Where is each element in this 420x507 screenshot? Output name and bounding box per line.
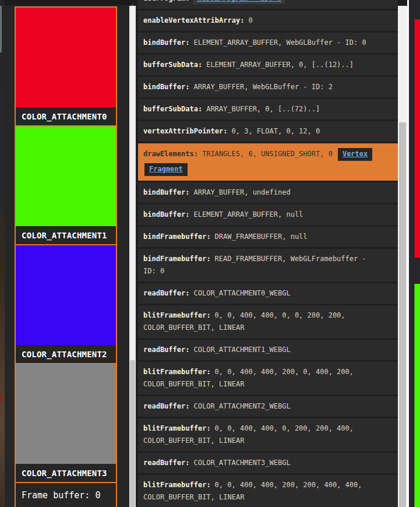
command-name: bindFramebuffer xyxy=(143,233,211,241)
command-name: bufferSubData xyxy=(143,61,202,69)
command-name: blitFramebuffer xyxy=(143,311,211,319)
right-scrollbar-thumb[interactable] xyxy=(399,122,406,507)
command-row[interactable]: readBufferCOLOR_ATTACHMENT0_WEBGL xyxy=(138,283,398,304)
command-line: blitFramebuffer0, 0, 400, 400, 0, 200, 2… xyxy=(143,423,394,435)
command-row[interactable]: drawElementsTRIANGLES, 6, UNSIGNED_SHORT… xyxy=(138,143,398,181)
command-name: bindBuffer xyxy=(143,83,189,91)
command-args: 0, 3, FLOAT, 0, 12, 0 xyxy=(232,127,320,135)
command-row-content: blitFramebuffer0, 0, 400, 400, 0, 0, 200… xyxy=(143,309,394,334)
command-row[interactable]: readBufferCOLOR_ATTACHMENT2_WEBGL xyxy=(138,396,398,417)
command-row[interactable]: useProgramWebGLProgram - ID: 0 xyxy=(138,0,398,9)
webgl-command-list[interactable]: useProgramWebGLProgram - ID: 0 enableVer… xyxy=(138,0,398,507)
command-args: COLOR_ATTACHMENT2_WEBGL xyxy=(193,402,290,410)
framebuffer-attachments-panel: COLOR_ATTACHMENT0 COLOR_ATTACHMENT1 COLO… xyxy=(5,0,129,507)
command-line: enableVertexAttribArray0 xyxy=(143,15,394,27)
command-name: vertexAttribPointer xyxy=(143,127,228,135)
command-line: COLOR_BUFFER_BIT, LINEAR xyxy=(143,378,394,390)
command-args: 0 xyxy=(248,16,252,24)
command-args: ELEMENT_ARRAY_BUFFER, null xyxy=(193,210,303,219)
command-name: bindBuffer xyxy=(143,210,189,219)
attachment-card[interactable]: COLOR_ATTACHMENT3 xyxy=(16,363,116,482)
command-row[interactable]: bindBufferELEMENT_ARRAY_BUFFER, null xyxy=(138,205,398,225)
command-args: 0, 0, 400, 400, 200, 200, 400, 400, xyxy=(215,481,362,489)
command-args: DRAW_FRAMEBUFFER, null xyxy=(215,233,308,241)
command-line: COLOR_BUFFER_BIT, LINEAR xyxy=(143,435,394,447)
command-row[interactable]: bufferSubDataELEMENT_ARRAY_BUFFER, 0, [.… xyxy=(138,55,398,75)
command-line: bindBufferELEMENT_ARRAY_BUFFER, WebGLBuf… xyxy=(143,37,394,49)
command-name: readBuffer xyxy=(143,402,189,410)
command-row[interactable]: blitFramebuffer0, 0, 400, 400, 0, 200, 2… xyxy=(138,418,398,451)
attachment-preview[interactable] xyxy=(16,126,116,226)
command-line: useProgramWebGLProgram - ID: 0 xyxy=(143,0,394,5)
command-line: ID: 0 xyxy=(143,265,394,277)
command-row-content: drawElementsTRIANGLES, 6, UNSIGNED_SHORT… xyxy=(143,148,394,176)
command-name: readBuffer xyxy=(143,459,189,467)
attachment-label: COLOR_ATTACHMENT3 xyxy=(16,464,116,482)
command-row[interactable]: bindFramebufferDRAW_FRAMEBUFFER, null xyxy=(138,227,398,247)
command-line: bufferSubDataARRAY_BUFFER, 0, [..(72)..] xyxy=(143,103,394,115)
command-args: 0, 0, 400, 400, 200, 0, 400, 200, xyxy=(215,368,354,376)
command-row-content: readBufferCOLOR_ATTACHMENT0_WEBGL xyxy=(143,287,394,300)
command-row-content: readBufferCOLOR_ATTACHMENT2_WEBGL xyxy=(143,400,394,413)
command-row-content: vertexAttribPointer0, 3, FLOAT, 0, 12, 0 xyxy=(143,125,394,138)
command-line: readBufferCOLOR_ATTACHMENT0_WEBGL xyxy=(143,287,394,300)
attachment-card[interactable]: COLOR_ATTACHMENT0 xyxy=(16,8,116,125)
command-args: COLOR_ATTACHMENT0_WEBGL xyxy=(193,289,290,297)
command-row[interactable]: bindFramebufferREAD_FRAMEBUFFER, WebGLFr… xyxy=(138,249,398,281)
command-args: ELEMENT_ARRAY_BUFFER, 0, [..(12)..] xyxy=(206,61,354,69)
command-line: Fragment xyxy=(144,163,394,176)
command-name: readBuffer xyxy=(143,289,189,297)
command-args: ARRAY_BUFFER, WebGLBuffer - ID: 2 xyxy=(193,83,332,91)
command-row-content: bindBufferARRAY_BUFFER, WebGLBuffer - ID… xyxy=(143,81,394,93)
command-args: COLOR_BUFFER_BIT, LINEAR xyxy=(143,493,244,501)
attachment-preview[interactable] xyxy=(16,8,116,107)
left-scrollbar[interactable]: ▲ xyxy=(129,0,136,507)
canvas-page-sliver xyxy=(409,0,420,507)
command-row[interactable]: vertexAttribPointer0, 3, FLOAT, 0, 12, 0 xyxy=(138,121,398,142)
command-name: bindBuffer xyxy=(143,188,189,196)
command-line: readBufferCOLOR_ATTACHMENT2_WEBGL xyxy=(143,400,394,413)
command-row[interactable]: bindBufferARRAY_BUFFER, WebGLBuffer - ID… xyxy=(138,77,398,97)
command-row-content: bindBufferELEMENT_ARRAY_BUFFER, null xyxy=(143,209,394,221)
background-page-sliver xyxy=(0,0,5,507)
attachment-preview[interactable] xyxy=(16,364,116,464)
command-line: vertexAttribPointer0, 3, FLOAT, 0, 12, 0 xyxy=(143,125,394,138)
command-row[interactable]: readBufferCOLOR_ATTACHMENT3_WEBGL xyxy=(138,453,398,473)
command-row-content: readBufferCOLOR_ATTACHMENT3_WEBGL xyxy=(143,457,394,469)
right-scrollbar[interactable]: ▲ xyxy=(398,0,407,507)
command-name: enableVertexAttribArray xyxy=(143,16,244,24)
command-row[interactable]: bindBufferELEMENT_ARRAY_BUFFER, WebGLBuf… xyxy=(138,33,398,53)
command-line: bindFramebufferREAD_FRAMEBUFFER, WebGLFr… xyxy=(143,253,394,265)
command-name: drawElements xyxy=(143,150,198,158)
attachment-card[interactable]: COLOR_ATTACHMENT2 xyxy=(16,244,116,363)
panel-top-band xyxy=(5,0,129,5)
command-row[interactable]: bindBufferARRAY_BUFFER, undefined xyxy=(138,182,398,203)
command-row-content: blitFramebuffer0, 0, 400, 400, 200, 200,… xyxy=(143,479,394,504)
command-args: ID: 0 xyxy=(143,267,164,275)
vertex-shader-link[interactable]: Vertex xyxy=(338,148,372,161)
command-line: bindFramebufferDRAW_FRAMEBUFFER, null xyxy=(143,231,394,243)
command-row-content: bindFramebufferDRAW_FRAMEBUFFER, null xyxy=(143,231,394,243)
attachment-card[interactable]: COLOR_ATTACHMENT1 xyxy=(16,125,116,244)
attachment-cards: COLOR_ATTACHMENT0 COLOR_ATTACHMENT1 COLO… xyxy=(16,8,116,482)
command-line: readBufferCOLOR_ATTACHMENT3_WEBGL xyxy=(143,457,394,469)
command-args: COLOR_ATTACHMENT3_WEBGL xyxy=(193,459,290,467)
command-row[interactable]: blitFramebuffer0, 0, 400, 400, 200, 200,… xyxy=(138,475,398,507)
command-line: blitFramebuffer0, 0, 400, 400, 200, 200,… xyxy=(143,479,394,491)
command-args: COLOR_BUFFER_BIT, LINEAR xyxy=(143,380,244,388)
command-row[interactable]: blitFramebuffer0, 0, 400, 400, 200, 0, 4… xyxy=(138,362,398,395)
left-scrollbar-thumb[interactable] xyxy=(130,360,135,507)
framebuffer-caption: Frame buffer: 0 xyxy=(16,482,116,507)
command-row[interactable]: bufferSubDataARRAY_BUFFER, 0, [..(72)..] xyxy=(138,99,398,119)
attachments-box: COLOR_ATTACHMENT0 COLOR_ATTACHMENT1 COLO… xyxy=(15,6,117,507)
command-row[interactable]: enableVertexAttribArray0 xyxy=(138,10,398,31)
command-line: bindBufferARRAY_BUFFER, undefined xyxy=(143,186,394,199)
command-line: readBufferCOLOR_ATTACHMENT1_WEBGL xyxy=(143,344,394,356)
attachment-label: COLOR_ATTACHMENT2 xyxy=(16,345,116,363)
command-line: bindBufferARRAY_BUFFER, WebGLBuffer - ID… xyxy=(143,81,394,93)
command-row[interactable]: readBufferCOLOR_ATTACHMENT1_WEBGL xyxy=(138,340,398,360)
fragment-shader-link[interactable]: Fragment xyxy=(144,163,188,176)
command-args: ELEMENT_ARRAY_BUFFER, WebGLBuffer - ID: … xyxy=(193,38,366,47)
command-row[interactable]: blitFramebuffer0, 0, 400, 400, 0, 0, 200… xyxy=(138,305,398,338)
attachment-preview[interactable] xyxy=(16,245,116,345)
